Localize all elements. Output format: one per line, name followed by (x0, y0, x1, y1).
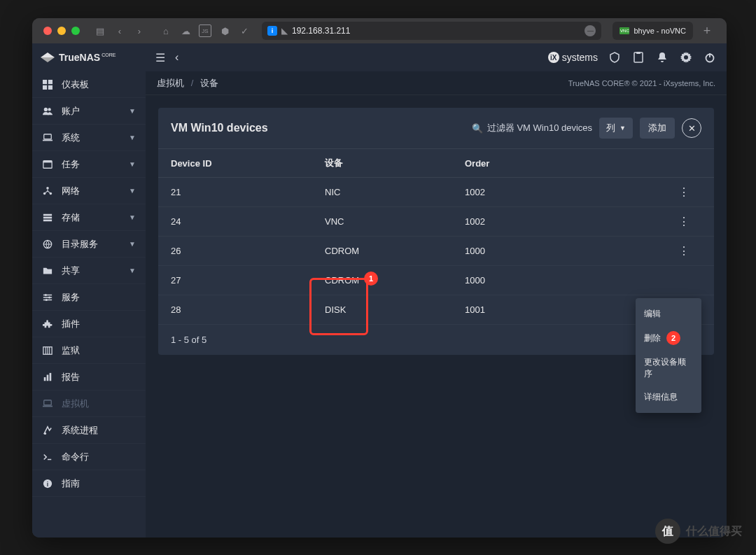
row-menu-icon[interactable]: ⋮ (666, 244, 701, 258)
svg-point-26 (44, 432, 46, 434)
nav-forward-icon[interactable]: › (133, 24, 146, 37)
reader-icon[interactable]: — (584, 25, 596, 36)
nav-back-icon[interactable]: ‹ (113, 24, 126, 37)
svg-rect-23 (50, 372, 52, 380)
menu-edit-label: 编辑 (644, 308, 661, 320)
home-icon[interactable]: ⌂ (160, 24, 172, 37)
sidebar-item-guide[interactable]: i指南 (32, 470, 146, 497)
sidebar-item-vm[interactable]: 虚拟机 (32, 391, 146, 417)
row-menu-icon[interactable]: ⋮ (666, 215, 701, 228)
close-window-icon[interactable] (43, 27, 52, 35)
sidebar-item-storage[interactable]: 存储▼ (32, 204, 146, 231)
columns-dropdown[interactable]: 列▼ (599, 118, 633, 139)
js-icon[interactable]: JS (199, 24, 211, 37)
truecommand-icon[interactable] (608, 52, 622, 63)
col-order: Order (465, 158, 666, 169)
new-tab-button[interactable]: + (699, 24, 715, 38)
close-panel-button[interactable]: ✕ (682, 118, 701, 138)
sidebar-item-label: 虚拟机 (62, 398, 136, 410)
sidebar-item-label: 网络 (62, 185, 120, 197)
vm-icon (42, 399, 53, 409)
sidebar-item-plugins[interactable]: 插件 (32, 311, 146, 337)
minimize-window-icon[interactable] (57, 27, 66, 35)
svg-rect-2 (43, 85, 47, 89)
cell-order: 1000 (465, 275, 666, 286)
cell-id: 27 (171, 275, 325, 286)
menu-details[interactable]: 详细信息 (636, 386, 701, 409)
sidebar-item-sysproc[interactable]: 系统进程 (32, 417, 146, 444)
menu-icon[interactable]: ☰ (155, 51, 165, 64)
back-icon[interactable]: ‹ (175, 51, 178, 64)
sidebar-item-label: 仪表板 (62, 78, 136, 91)
sidebar-item-sharing[interactable]: 共享▼ (32, 258, 146, 284)
dashboard-icon (42, 80, 53, 90)
table-row[interactable]: 24VNC1002⋮ (158, 207, 714, 237)
sidebar-item-accounts[interactable]: 账户▼ (32, 98, 146, 125)
svg-rect-1 (48, 80, 52, 84)
browser-tab-2[interactable]: VNC bhyve - noVNC (612, 22, 693, 40)
clipboard-icon[interactable] (631, 52, 645, 63)
ixsystems-logo[interactable]: iXsystems (548, 52, 598, 63)
sidebar-item-label: 系统 (62, 132, 120, 144)
row-menu-icon[interactable]: ⋮ (666, 185, 701, 199)
add-button[interactable]: 添加 (640, 118, 675, 139)
sidebar-item-system[interactable]: 系统▼ (32, 125, 146, 151)
svg-rect-13 (43, 213, 52, 216)
table-row[interactable]: 27CDROM1000 (158, 266, 714, 295)
address-bar[interactable]: i ◣ 192.168.31.211 — (262, 22, 601, 40)
sidebar-item-shell[interactable]: 命令行 (32, 444, 146, 470)
cell-order: 1002 (465, 216, 666, 227)
table-row[interactable]: 28DISK1001 (158, 295, 714, 325)
brand-logo[interactable]: TrueNASCORE (32, 43, 146, 71)
svg-point-4 (44, 107, 48, 111)
chevron-down-icon: ▼ (129, 213, 136, 221)
sidebar-toggle-icon[interactable]: ▤ (94, 24, 106, 37)
pager-text: 1 - 5 of 5 (158, 325, 714, 355)
cube-icon[interactable]: ⬢ (218, 24, 231, 37)
sidebar-item-dashboard[interactable]: 仪表板 (32, 71, 146, 98)
row-context-menu: 编辑 删除2 更改设备顺序 详细信息 (636, 298, 701, 413)
svg-rect-7 (43, 139, 52, 141)
menu-details-label: 详细信息 (644, 391, 678, 403)
jail-icon (42, 346, 53, 356)
sidebar-item-label: 任务 (62, 158, 120, 171)
menu-reorder[interactable]: 更改设备顺序 (636, 351, 701, 386)
laptop-icon (42, 133, 53, 143)
gear-icon[interactable] (679, 52, 693, 63)
menu-edit[interactable]: 编辑 (636, 302, 701, 325)
table-row[interactable]: 21NIC1002⋮ (158, 178, 714, 207)
puzzle-icon (42, 319, 53, 329)
ix-icon: iX (548, 52, 559, 63)
sidebar-item-jails[interactable]: 监狱 (32, 337, 146, 364)
sidebar-item-directory[interactable]: 目录服务▼ (32, 231, 146, 258)
cell-id: 24 (171, 216, 325, 227)
breadcrumb-sep: / (191, 78, 194, 88)
svg-rect-21 (44, 377, 46, 381)
power-icon[interactable] (703, 52, 717, 63)
sidebar-item-tasks[interactable]: 任务▼ (32, 151, 146, 178)
annotation-badge-2: 2 (666, 331, 680, 345)
menu-delete[interactable]: 删除2 (636, 325, 701, 351)
sidebar-item-services[interactable]: 服务 (32, 284, 146, 311)
columns-label: 列 (606, 122, 615, 134)
maximize-window-icon[interactable] (71, 27, 80, 35)
process-icon (42, 426, 53, 435)
svg-rect-22 (47, 374, 49, 381)
sliders-icon (42, 293, 53, 302)
chevron-down-icon: ▼ (129, 107, 136, 115)
breadcrumb-vm[interactable]: 虚拟机 (157, 78, 184, 88)
sidebar-item-reporting[interactable]: 报告 (32, 364, 146, 391)
sidebar-item-label: 插件 (62, 318, 136, 330)
sidebar-item-network[interactable]: 网络▼ (32, 178, 146, 204)
search-filter[interactable]: 🔍 过滤器 VM Win10 devices (472, 122, 592, 134)
cloud-icon[interactable]: ☁ (179, 24, 192, 37)
bell-icon[interactable] (655, 52, 669, 63)
browser-titlebar: ▤ ‹ › ⌂ ☁ JS ⬢ ✓ i ◣ 192.168.31.211 — VN… (32, 18, 727, 43)
truenas-icon (41, 52, 55, 62)
check-icon[interactable]: ✓ (238, 24, 251, 37)
chart-icon (42, 372, 53, 382)
sidebar-item-label: 命令行 (62, 451, 136, 463)
svg-rect-30 (636, 52, 640, 54)
table-row[interactable]: 26CDROM1000⋮ (158, 237, 714, 266)
chevron-down-icon: ▼ (129, 267, 136, 274)
